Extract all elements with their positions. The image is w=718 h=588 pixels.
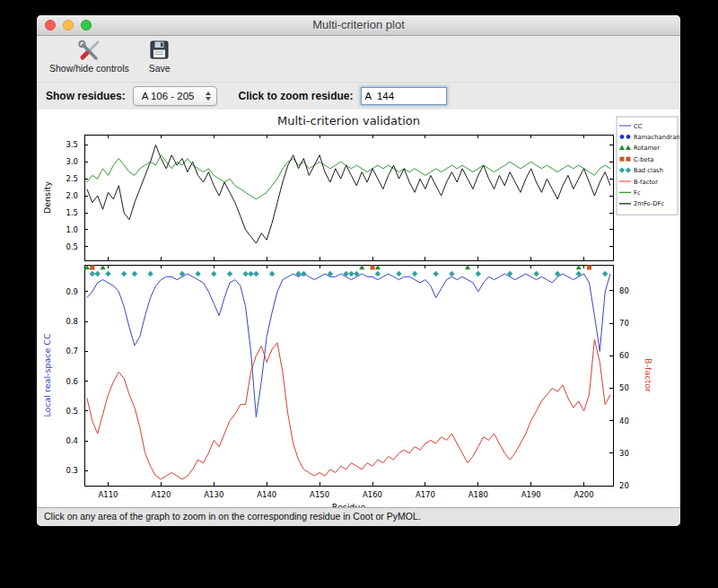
svg-text:A120: A120 [151, 490, 171, 499]
svg-text:80: 80 [619, 286, 629, 295]
svg-text:A180: A180 [468, 490, 488, 499]
svg-text:A150: A150 [310, 490, 329, 499]
svg-text:1.5: 1.5 [66, 208, 78, 217]
status-bar: Click on any area of the graph to zoom i… [37, 507, 680, 526]
controls-bar: Show residues: A 106 - 205 Click to zoom… [37, 82, 680, 110]
svg-text:0.7: 0.7 [66, 347, 78, 355]
svg-text:Ramachandran: Ramachandran [634, 134, 680, 141]
svg-text:B-factor: B-factor [634, 179, 658, 186]
zoom-residue-input[interactable] [361, 87, 447, 105]
svg-text:0.8: 0.8 [66, 317, 78, 326]
save-label: Save [149, 63, 171, 74]
show-hide-controls-button[interactable]: Show/hide controls [49, 39, 129, 74]
svg-text:Local real-space CC: Local real-space CC [42, 333, 52, 417]
svg-text:60: 60 [619, 351, 629, 360]
svg-text:2.5: 2.5 [66, 174, 78, 183]
svg-text:1.0: 1.0 [66, 225, 78, 234]
save-icon [149, 39, 170, 62]
window-title: Multi-criterion plot [37, 15, 680, 35]
svg-text:40: 40 [619, 417, 629, 426]
svg-text:A170: A170 [416, 490, 435, 499]
svg-text:70: 70 [619, 319, 629, 328]
stepper-arrows-icon [203, 92, 214, 101]
validation-figure[interactable]: Multi-criterion validation0.51.01.52.02.… [37, 110, 680, 507]
svg-text:Multi-criterion validation: Multi-criterion validation [277, 114, 420, 127]
svg-text:A110: A110 [98, 490, 118, 499]
svg-text:A130: A130 [204, 490, 223, 499]
svg-text:50: 50 [619, 383, 629, 392]
svg-text:3.5: 3.5 [66, 140, 78, 149]
svg-text:A190: A190 [521, 490, 541, 499]
svg-text:0.4: 0.4 [66, 436, 78, 445]
tools-icon [77, 39, 101, 62]
svg-text:0.5: 0.5 [66, 242, 78, 251]
svg-text:2.0: 2.0 [66, 191, 78, 200]
window-titlebar[interactable]: Multi-criterion plot [37, 15, 680, 36]
svg-text:C-beta: C-beta [634, 156, 654, 163]
svg-text:A140: A140 [257, 490, 276, 499]
multi-criterion-plot-window: Multi-criterion plot Show/hide controls … [37, 15, 680, 526]
status-text: Click on any area of the graph to zoom i… [44, 511, 421, 522]
svg-text:0.6: 0.6 [66, 377, 78, 386]
svg-text:30: 30 [619, 449, 629, 458]
residue-range-dropdown[interactable]: A 106 - 205 [133, 86, 217, 106]
svg-text:0.9: 0.9 [66, 287, 78, 296]
svg-text:Density: Density [42, 181, 52, 214]
svg-text:A160: A160 [363, 490, 382, 499]
svg-text:B-factor: B-factor [644, 358, 653, 392]
svg-text:Bad clash: Bad clash [634, 167, 663, 174]
svg-text:CC: CC [634, 123, 643, 130]
toolbar: Show/hide controls Save [37, 36, 680, 82]
zoom-residue-label: Click to zoom residue: [239, 90, 354, 102]
show-hide-controls-label: Show/hide controls [49, 63, 129, 74]
residue-range-value: A 106 - 205 [142, 91, 195, 101]
svg-text:Fc: Fc [634, 189, 641, 197]
svg-text:0.5: 0.5 [66, 407, 78, 416]
save-button[interactable]: Save [149, 39, 171, 74]
svg-text:3.0: 3.0 [66, 157, 78, 166]
svg-text:2mFo-DFc: 2mFo-DFc [634, 200, 664, 207]
desktop: { "window": { "title": "Multi-criterion … [0, 0, 718, 588]
svg-text:A200: A200 [574, 490, 594, 499]
svg-text:Rotamer: Rotamer [634, 145, 660, 152]
svg-text:20: 20 [619, 481, 629, 490]
plot-area[interactable]: Multi-criterion validation0.51.01.52.02.… [37, 110, 680, 507]
show-residues-label: Show residues: [46, 90, 126, 102]
svg-text:0.3: 0.3 [66, 466, 78, 475]
